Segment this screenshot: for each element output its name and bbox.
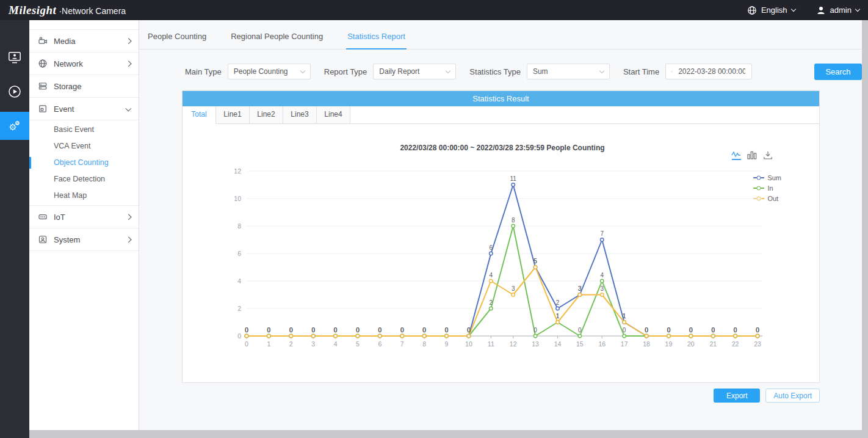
report-type-select[interactable]: Daily Report xyxy=(373,64,456,79)
svg-text:10: 10 xyxy=(234,195,241,202)
download-chart[interactable] xyxy=(763,151,773,159)
svg-text:0: 0 xyxy=(237,332,241,340)
svg-text:0: 0 xyxy=(734,327,737,334)
svg-text:21: 21 xyxy=(709,340,717,348)
bar-chart-toggle[interactable] xyxy=(747,151,757,159)
sidebar-item-iot[interactable]: IoT xyxy=(29,205,139,228)
topbar-right: English admin xyxy=(747,5,859,15)
svg-text:0: 0 xyxy=(400,327,404,334)
svg-text:0: 0 xyxy=(334,327,338,334)
sidebar-item-storage[interactable]: Storage xyxy=(29,75,139,97)
statistics-type-select[interactable]: Sum xyxy=(527,64,610,79)
rail-item-liveview[interactable] xyxy=(0,43,29,71)
tab-line1[interactable]: Line1 xyxy=(216,106,250,123)
rail-item-playback[interactable] xyxy=(0,78,29,106)
auto-export-button[interactable]: Auto Export xyxy=(765,389,820,403)
svg-text:11: 11 xyxy=(488,340,494,348)
line-chart-toggle[interactable] xyxy=(731,151,741,160)
chart-toolbox xyxy=(731,151,773,160)
tab-line4[interactable]: Line4 xyxy=(317,106,350,123)
svg-text:5: 5 xyxy=(533,258,537,265)
report-type-label: Report Type xyxy=(324,67,367,76)
svg-text:2: 2 xyxy=(556,299,560,306)
storage-icon xyxy=(38,81,48,91)
report-type-value: Daily Report xyxy=(379,67,419,76)
event-submenu: Basic Event VCA Event Object Counting Fa… xyxy=(29,120,139,205)
language-selector[interactable]: English xyxy=(747,5,795,15)
svg-text:14: 14 xyxy=(554,340,562,348)
sidebar-item-label: IoT xyxy=(54,213,65,222)
start-time-field[interactable] xyxy=(665,64,752,79)
svg-text:23: 23 xyxy=(754,340,761,348)
playback-icon xyxy=(8,85,21,98)
svg-text:3: 3 xyxy=(512,285,515,292)
main-type-select[interactable]: People Counting xyxy=(228,64,311,79)
svg-text:3: 3 xyxy=(578,285,582,292)
clock-icon xyxy=(671,68,673,76)
chevron-down-icon xyxy=(855,7,860,12)
tab-line2[interactable]: Line2 xyxy=(250,106,283,123)
topbar: Milesight ·Network Camera English admin xyxy=(0,0,868,20)
sidebar-item-system[interactable]: System xyxy=(29,228,139,250)
main-content: People Counting Regional People Counting… xyxy=(139,20,862,430)
settings-gears-icon xyxy=(7,119,22,133)
sidebar-item-event[interactable]: Event xyxy=(29,97,139,120)
svg-text:0: 0 xyxy=(356,327,360,334)
svg-text:15: 15 xyxy=(576,340,584,348)
user-label: admin xyxy=(830,5,852,15)
sidebar-item-label: Event xyxy=(54,104,74,114)
chevron-down-icon xyxy=(125,105,131,111)
search-button[interactable]: Search xyxy=(814,64,862,80)
svg-text:9: 9 xyxy=(445,340,449,348)
svg-text:3: 3 xyxy=(600,285,604,292)
sidebar-item-heat-map[interactable]: Heat Map xyxy=(29,188,139,204)
svg-text:0: 0 xyxy=(667,327,671,334)
network-icon xyxy=(38,59,48,68)
start-time-label: Start Time xyxy=(623,67,659,76)
sidebar-item-face-detection[interactable]: Face Detection xyxy=(29,171,139,188)
export-button[interactable]: Export xyxy=(714,389,760,403)
svg-text:4: 4 xyxy=(237,277,241,285)
liveview-icon xyxy=(8,51,21,64)
main-type-value: People Counting xyxy=(234,67,288,76)
chevron-right-icon xyxy=(125,236,131,242)
sidebar-item-basic-event[interactable]: Basic Event xyxy=(29,122,139,138)
chart-title: 2022/03/28 00:00:00 ~ 2022/03/28 23:59:5… xyxy=(247,144,758,152)
tab-people-counting[interactable]: People Counting xyxy=(146,32,208,49)
tab-statistics-report[interactable]: Statistics Report xyxy=(346,32,407,49)
sidebar-item-label: Media xyxy=(54,37,75,46)
tab-regional-people-counting[interactable]: Regional People Counting xyxy=(230,32,324,49)
svg-text:0: 0 xyxy=(422,327,426,334)
sidebar-item-label: Storage xyxy=(54,82,82,91)
svg-text:2: 2 xyxy=(237,305,241,312)
svg-text:1: 1 xyxy=(556,313,560,319)
tab-line3[interactable]: Line3 xyxy=(283,106,317,123)
user-menu[interactable]: admin xyxy=(816,5,859,15)
start-time-input[interactable] xyxy=(677,67,747,76)
sidebar-divider xyxy=(29,250,139,251)
footer-actions: Export Auto Export xyxy=(139,389,820,403)
sidebar-item-media[interactable]: Media xyxy=(29,29,139,52)
svg-text:17: 17 xyxy=(621,340,628,348)
svg-text:4: 4 xyxy=(600,272,604,279)
sidebar-item-network[interactable]: Network xyxy=(29,52,139,75)
svg-text:1: 1 xyxy=(267,340,270,348)
svg-text:13: 13 xyxy=(532,340,539,348)
svg-text:2: 2 xyxy=(289,340,293,348)
svg-text:6: 6 xyxy=(237,250,241,257)
svg-text:7: 7 xyxy=(400,340,404,348)
event-icon xyxy=(38,104,48,114)
svg-text:0: 0 xyxy=(533,327,537,334)
language-label: English xyxy=(761,5,787,15)
download-icon xyxy=(763,151,773,159)
svg-text:0: 0 xyxy=(445,327,449,334)
chevron-down-icon xyxy=(300,68,305,73)
svg-text:0: 0 xyxy=(289,327,293,334)
sidebar-item-vca-event[interactable]: VCA Event xyxy=(29,138,139,155)
sidebar-item-object-counting[interactable]: Object Counting xyxy=(29,155,139,171)
rail-item-settings[interactable] xyxy=(0,112,29,140)
people-counting-line-chart: 0246810120123456789101112131415161718192… xyxy=(183,161,819,354)
filter-bar: Main Type People Counting Report Type Da… xyxy=(185,63,862,80)
page-tabs: People Counting Regional People Counting… xyxy=(139,20,862,49)
tab-total[interactable]: Total xyxy=(183,106,216,123)
